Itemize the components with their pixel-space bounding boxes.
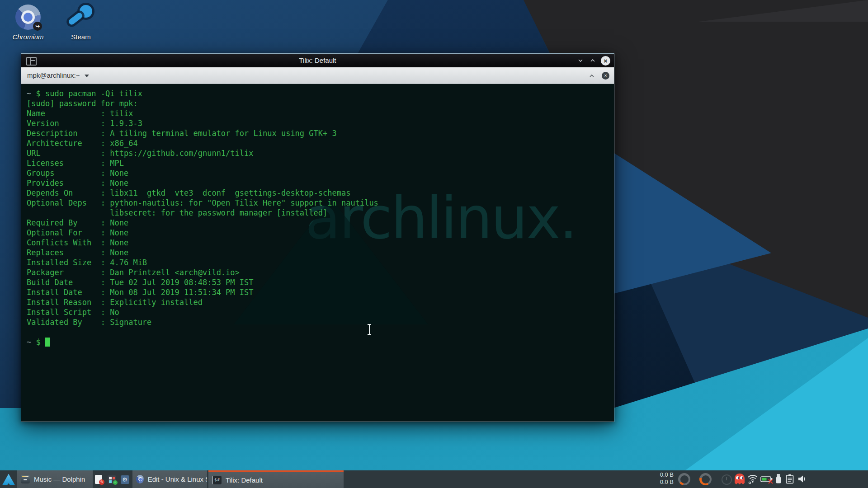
- desktop-icon-steam[interactable]: Steam: [61, 4, 101, 41]
- wifi-icon[interactable]: [747, 474, 759, 484]
- task-system-settings[interactable]: ⚙: [119, 474, 130, 485]
- chevron-down-icon: [576, 56, 585, 65]
- notifier-dim-icon[interactable]: [722, 474, 732, 485]
- cpu-gauge-icon[interactable]: [678, 473, 690, 485]
- calculator-icon: =: [108, 475, 116, 484]
- chevron-up-icon: [589, 56, 597, 65]
- window-titlebar[interactable]: Tilix: Default ×: [21, 54, 614, 67]
- task-tilix-active[interactable]: $# Tilix: Default: [208, 470, 344, 488]
- chromium-icon: [136, 475, 144, 483]
- dolphin-icon: [21, 475, 30, 483]
- session-tab[interactable]: mpk@archlinux:~: [27, 67, 89, 84]
- volume-icon[interactable]: [797, 474, 807, 483]
- desktop-icon-label: Steam: [61, 33, 101, 41]
- close-button[interactable]: ×: [601, 56, 610, 66]
- chromium-icon: ↪: [15, 5, 41, 30]
- battery-missing-icon[interactable]: [760, 475, 774, 484]
- ibeam-cursor: [369, 324, 370, 334]
- terminal-viewport[interactable]: archlinux. ~ $ sudo pacman -Qi tilix [su…: [21, 84, 614, 422]
- desktop-icon-chromium[interactable]: ↪ Chromium: [8, 5, 48, 41]
- network-speed-monitor[interactable]: 0.0 B 0.0 B: [655, 471, 674, 486]
- pencil-icon: ✎: [99, 479, 104, 485]
- update-ghost-icon[interactable]: [735, 474, 745, 484]
- task-dolphin[interactable]: Music — Dolphin: [17, 470, 93, 488]
- minimize-button[interactable]: [576, 56, 585, 65]
- terminal-tabbar: mpk@archlinux:~ ×: [21, 67, 614, 84]
- task-label: Music — Dolphin: [34, 475, 85, 483]
- net-up-value: 0.0 B: [655, 471, 674, 479]
- shortcut-arrow-icon: ↪: [33, 22, 42, 31]
- session-close-button[interactable]: ×: [602, 72, 609, 80]
- window-title: Tilix: Default: [21, 54, 614, 67]
- desktop-icon-label: Chromium: [8, 33, 48, 41]
- desktop-root: ↪ Chromium Steam Tilix: Default: [0, 0, 868, 488]
- clipboard-icon[interactable]: [786, 474, 794, 484]
- collapse-chevron-icon[interactable]: [588, 72, 595, 80]
- tilix-icon: $#: [212, 476, 222, 484]
- text-editor-icon: ✎: [95, 475, 102, 484]
- task-label: Tilix: Default: [226, 476, 263, 484]
- net-down-value: 0.0 B: [655, 479, 674, 486]
- chevron-down-icon: [85, 75, 89, 77]
- gear-icon: ⚙: [121, 475, 129, 484]
- steam-icon: [66, 4, 96, 30]
- terminal-cursor: [45, 338, 50, 347]
- task-calculator[interactable]: =: [106, 474, 117, 485]
- taskbar: Music — Dolphin ✎ = ⚙ Edit - Unix & Linu…: [0, 470, 868, 488]
- session-tab-title: mpk@archlinux:~: [27, 71, 80, 79]
- equals-icon: =: [113, 480, 118, 485]
- tilix-window: Tilix: Default × mpk@archlinux:~: [21, 53, 614, 422]
- memory-gauge-icon[interactable]: [699, 473, 712, 485]
- arch-logo-icon: [2, 474, 15, 485]
- task-label: Edit - Unix & Linux S...: [148, 475, 207, 483]
- maximize-button[interactable]: [589, 56, 597, 65]
- removable-device-icon[interactable]: [775, 474, 782, 484]
- task-chromium[interactable]: Edit - Unix & Linux S...: [132, 470, 207, 488]
- application-launcher-button[interactable]: [1, 473, 16, 486]
- terminal-text: ~ $ sudo pacman -Qi tilix [sudo] passwor…: [27, 89, 378, 347]
- task-text-editor[interactable]: ✎: [93, 474, 104, 485]
